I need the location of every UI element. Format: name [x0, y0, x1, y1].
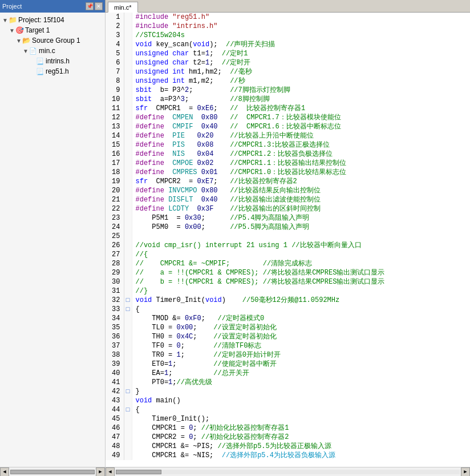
line-marker: [124, 332, 132, 341]
line-code: P5M0 = 0x00; //P5.5脚为高阻输入声明: [132, 223, 470, 232]
line-code: #define CMPEN 0x80 // CMPCR1.7：比较器模块使能位: [132, 113, 470, 122]
table-row: 35 TL0 = 0x00; //设置定时器初始化: [106, 323, 470, 332]
scroll-right-button[interactable]: ▶: [461, 467, 470, 477]
line-marker: [124, 241, 132, 250]
sidebar-pin-button[interactable]: 📌: [86, 2, 94, 10]
table-row: 20 #define INVCMPO 0x80 //比较器结果反向输出控制位: [106, 186, 470, 195]
tree-label-project: Project: 15f104: [18, 16, 64, 24]
code-area[interactable]: 1 #include "reg51.h" 2 #include "intrins…: [106, 13, 470, 467]
tree-item-project[interactable]: ▼ 📁 Project: 15f104: [0, 15, 105, 25]
line-number: 38: [106, 350, 124, 360]
tree-item-reg51[interactable]: 📃 reg51.h: [0, 66, 105, 76]
table-row: 38 TR0 = 1; //定时器0开始计时开: [106, 350, 470, 360]
sidebar-close-button[interactable]: ✕: [95, 2, 103, 10]
tree-label-target: Target 1: [25, 26, 50, 34]
line-number: 21: [106, 195, 124, 204]
line-marker: [124, 58, 132, 67]
line-code: EA=1; //总开关开: [132, 369, 470, 378]
line-marker: [124, 95, 132, 104]
table-row: 23 P5M1 = 0x30; //P5.4脚为高阻输入声明: [106, 213, 470, 223]
line-number: 20: [106, 186, 124, 195]
table-row: 19 sfr CMPCR2 = 0xE7; //比较器控制寄存器2: [106, 177, 470, 186]
line-number: 41: [106, 378, 124, 387]
table-row: 15 #define PIS 0x08 //CMPCR1.3:比较器正极选择位: [106, 140, 470, 150]
line-marker: [124, 67, 132, 76]
line-code: //}: [132, 287, 470, 296]
line-code: P5M1 = 0x30; //P5.4脚为高阻输入声明: [132, 213, 470, 223]
sidebar-scroll-right[interactable]: ▶: [96, 467, 105, 477]
scroll-track-horizontal: [116, 470, 460, 474]
scroll-thumb-horizontal[interactable]: [116, 470, 161, 474]
line-code: #include "intrins.h": [132, 22, 470, 31]
c-file-icon: 📄: [29, 46, 38, 55]
line-number: 29: [106, 268, 124, 277]
table-row: 48 CMPCR1 &= ~PIS; //选择外部p5.5为比较器正极输入源: [106, 442, 470, 451]
target-icon: 🎯: [15, 26, 24, 35]
line-marker: [124, 341, 132, 350]
editor-tab-main[interactable]: min.c*: [108, 2, 138, 13]
table-row: 43 void main(): [106, 396, 470, 405]
line-number: 47: [106, 433, 124, 442]
line-number: 10: [106, 95, 124, 104]
line-marker: [124, 442, 132, 451]
table-row: 44 □ {: [106, 405, 470, 414]
line-number: 39: [106, 360, 124, 369]
line-code: CMPCR2 = 0; //初始化比较器控制寄存器2: [132, 433, 470, 442]
line-number: 2: [106, 22, 124, 31]
tree-item-target[interactable]: ▼ 🎯 Target 1: [0, 25, 105, 35]
table-row: 12 #define CMPEN 0x80 // CMPCR1.7：比较器模块使…: [106, 113, 470, 122]
tab-label: min.c*: [114, 4, 132, 11]
line-marker: [124, 360, 132, 369]
line-number: 42: [106, 387, 124, 396]
table-row: 14 #define PIE 0x20 //比较器上升沿中断使能位: [106, 131, 470, 140]
line-marker: [124, 369, 132, 378]
line-number: 5: [106, 49, 124, 58]
line-number: 8: [106, 76, 124, 86]
table-row: 41 PT0=1;//高优先级: [106, 378, 470, 387]
table-row: 1 #include "reg51.h": [106, 13, 470, 22]
line-number: 6: [106, 58, 124, 67]
line-code: TH0 = 0x4C; //设置定时器初始化: [132, 332, 470, 341]
line-marker: [124, 150, 132, 159]
line-number: 31: [106, 287, 124, 296]
table-row: 36 TH0 = 0x4C; //设置定时器初始化: [106, 332, 470, 341]
scroll-left-button[interactable]: ◀: [106, 467, 115, 477]
sidebar-title-bar: Project 📌 ✕: [0, 0, 106, 13]
tree-label-intrins: intrins.h: [46, 57, 70, 65]
editor-panel: 1 #include "reg51.h" 2 #include "intrins…: [106, 13, 470, 476]
line-code: void key_scan(void); //声明开关扫描: [132, 40, 470, 49]
line-marker: □: [124, 405, 132, 414]
line-number: 17: [106, 159, 124, 168]
sidebar-scroll-left[interactable]: ◀: [0, 467, 9, 477]
line-marker: [124, 168, 132, 177]
line-code: // CMPCR1 &= ~CMPIF; //清除完成标志: [132, 259, 470, 268]
line-marker: [124, 250, 132, 259]
table-row: 17 #define CMPOE 0x02 //CMPCR1.1：比较器输出结果…: [106, 159, 470, 168]
table-row: 13 #define CMPIF 0x40 // CMPCR1.6：比较器中断标…: [106, 122, 470, 131]
line-marker: [124, 223, 132, 232]
line-number: 25: [106, 232, 124, 241]
line-code: #define CMPRES 0x01 //CMPCR1.0：比较器比较结果标志…: [132, 168, 470, 177]
line-number: 13: [106, 122, 124, 131]
line-number: 3: [106, 31, 124, 40]
table-row: 45 Timer0_Init();: [106, 414, 470, 423]
line-number: 9: [106, 86, 124, 95]
tree-item-intrins[interactable]: 📃 intrins.h: [0, 56, 105, 66]
line-number: 19: [106, 177, 124, 186]
table-row: 21 #define DISFLT 0x40 //比较器输出滤波使能控制位: [106, 195, 470, 204]
line-marker: [124, 378, 132, 387]
line-code: #define PIS 0x08 //CMPCR1.3:比较器正极选择位: [132, 140, 470, 150]
h-file-icon-reg51: 📃: [35, 67, 44, 76]
line-code: CMPCR1 = 0; //初始化比较器控制寄存器1: [132, 423, 470, 433]
sidebar-scroll-thumb[interactable]: [10, 470, 95, 474]
line-number: 37: [106, 341, 124, 350]
tree-item-minc[interactable]: ▼ 📄 min.c: [0, 46, 105, 56]
line-code: unsigned int m1,m2; //秒: [132, 76, 470, 86]
tree-item-sourcegroup[interactable]: ▼ 📂 Source Group 1: [0, 35, 105, 46]
table-row: 34 TMOD &= 0xF0; //定时器模式0: [106, 314, 470, 323]
line-code: }: [132, 387, 470, 396]
project-icon: 📁: [8, 15, 17, 25]
project-tree: ▼ 📁 Project: 15f104 ▼ 🎯 Target 1 ▼ 📂 Sou…: [0, 13, 105, 467]
line-code: Timer0_Init();: [132, 414, 470, 423]
line-marker: [124, 31, 132, 40]
